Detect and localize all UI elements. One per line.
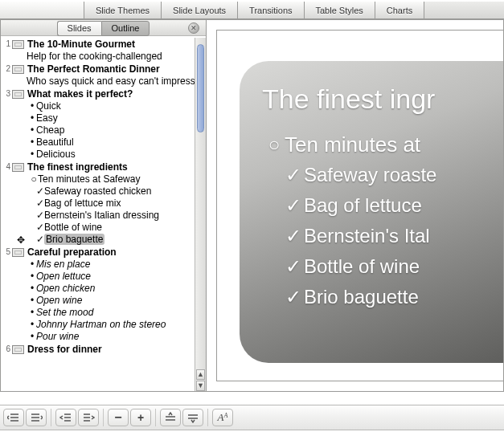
slide-preview[interactable]: The finest ingr ○Ten minutes at✓Safeway … — [240, 61, 503, 363]
outline-bullet[interactable]: ○Ten minutes at Safeway — [2, 173, 204, 185]
expand-button[interactable]: + — [130, 409, 151, 426]
outline-title-row[interactable]: 6Dress for dinner — [2, 343, 204, 356]
outline-body-text[interactable]: Who says quick and easy can't impress? — [2, 75, 204, 88]
slide-bullet-row: ✓Bottle of wine — [283, 251, 503, 282]
close-sidebar-icon[interactable]: ✕ — [188, 22, 199, 34]
move-up-button[interactable] — [160, 409, 181, 426]
slide-title-text: Careful preparation — [27, 246, 117, 259]
scrollbar-thumb[interactable] — [197, 44, 204, 132]
outline-title-row[interactable]: 5Careful preparation — [2, 246, 204, 259]
sidebar-scrollbar[interactable]: ▲ ▼ — [195, 38, 206, 391]
slide-title-text: Dress for dinner — [27, 343, 102, 356]
bullet-icon: • — [28, 124, 36, 136]
outline-title-row[interactable]: 1The 10-Minute Gourmet — [2, 38, 204, 51]
outline-bullet[interactable]: •Open wine — [2, 295, 204, 307]
outline-bullet[interactable]: •Easy — [2, 112, 204, 124]
slide-number: 1 — [4, 38, 10, 51]
scroll-up-icon[interactable]: ▲ — [196, 369, 205, 380]
move-cursor-icon — [15, 234, 27, 246]
tab-transitions[interactable]: Transitions — [238, 2, 304, 18]
outline-bullet[interactable]: •Cheap — [2, 124, 204, 136]
toolbar-separator — [103, 409, 104, 426]
outline-bullet[interactable]: ✓Brio baguette — [2, 234, 204, 246]
slide-bullet-list: ○Ten minutes at✓Safeway roaste✓Bag of le… — [264, 129, 503, 312]
collapse-button[interactable]: − — [108, 409, 129, 426]
sidebar-tab-outline[interactable]: Outline — [101, 21, 150, 36]
outline-slide[interactable]: 3What makes it perfect?•Quick•Easy•Cheap… — [2, 88, 204, 161]
outline-title-row[interactable]: 2The Perfect Romantic Dinner — [2, 63, 204, 75]
outline-bullet-text: Beautiful — [36, 136, 74, 148]
slide-title-text: The Perfect Romantic Dinner — [27, 63, 160, 75]
tab-slide-themes[interactable]: Slide Themes — [84, 2, 162, 18]
slide-icon — [12, 163, 24, 172]
move-down-button[interactable] — [182, 409, 203, 426]
toolbar-separator — [51, 409, 51, 426]
outline-bullet[interactable]: •Open chicken — [2, 283, 204, 295]
slide-title: The finest ingr — [262, 84, 503, 115]
bullet-icon: • — [28, 259, 36, 271]
outline-slide[interactable]: 4The finest ingredients○Ten minutes at S… — [2, 161, 204, 246]
outline-bullet-text: Pour wine — [36, 331, 79, 342]
slide-bullet-row: ✓Safeway roaste — [283, 160, 503, 190]
sidebar-tab-slides[interactable]: Slides — [57, 21, 101, 36]
outline-bullet-text: Johnny Hartman on the stereo — [36, 319, 166, 330]
bullet-icon: • — [28, 100, 36, 112]
check-icon: ✓ — [36, 210, 44, 222]
outline-bullet[interactable]: ✓Safeway roasted chicken — [2, 185, 204, 198]
show-formatting-button[interactable]: AA — [212, 409, 233, 426]
check-icon: ✓ — [283, 221, 304, 251]
slide-bullet-row: ✓Bag of lettuce — [283, 190, 503, 221]
check-icon: ✓ — [283, 251, 304, 282]
slide-bullet-text: Safeway roaste — [304, 160, 436, 190]
outline-bullet[interactable]: •Mis en place — [2, 259, 204, 271]
outline-list[interactable]: 1The 10-Minute GourmetHelp for the cooki… — [1, 36, 206, 391]
slide-bullet-text: Ten minutes at — [285, 129, 420, 160]
outline-bullet[interactable]: ✓Bottle of wine — [2, 222, 204, 234]
outline-bullet-text: Set the mood — [36, 307, 93, 318]
bullet-icon: • — [28, 149, 36, 161]
hollow-bullet-icon: ○ — [30, 173, 38, 185]
outline-bullet[interactable]: •Open lettuce — [2, 271, 204, 283]
tab-slide-layouts[interactable]: Slide Layouts — [162, 2, 238, 18]
outline-bullet-text: Bottle of wine — [44, 222, 102, 233]
outline-bullet[interactable]: •Set the mood — [2, 307, 204, 319]
outline-slide[interactable]: 2The Perfect Romantic DinnerWho says qui… — [2, 63, 204, 88]
sidebar-header: Slides Outline ✕ — [1, 20, 206, 36]
outline-toolbar: − + AA — [0, 405, 504, 430]
scroll-down-icon[interactable]: ▼ — [196, 381, 205, 391]
outline-bullet-text: Delicious — [36, 149, 76, 160]
outline-slide[interactable]: 6Dress for dinner — [2, 343, 204, 356]
demote-button[interactable] — [26, 409, 47, 426]
outline-title-row[interactable]: 3What makes it perfect? — [2, 88, 204, 100]
check-icon: ✓ — [36, 198, 44, 210]
outline-bullet[interactable]: •Quick — [2, 100, 204, 112]
outline-bullet[interactable]: ✓Bag of lettuce mix — [2, 198, 204, 210]
outline-sidebar: Slides Outline ✕ 1The 10-Minute GourmetH… — [1, 20, 207, 391]
tab-charts[interactable]: Charts — [375, 2, 424, 18]
outline-bullet[interactable]: ✓Bernstein's Italian dressing — [2, 210, 204, 222]
outline-bullet[interactable]: •Johnny Hartman on the stereo — [2, 319, 204, 331]
outline-bullet-text: Bag of lettuce mix — [44, 198, 121, 209]
slide-bullet-text: Brio baguette — [304, 282, 419, 312]
outline-body-text[interactable]: Help for the cooking-challenged — [2, 51, 204, 63]
bullet-icon: • — [28, 319, 36, 331]
outline-bullet[interactable]: •Pour wine — [2, 331, 204, 343]
bullet-icon: • — [28, 283, 36, 295]
slide-icon — [12, 65, 24, 74]
promote-button[interactable] — [3, 409, 24, 426]
check-icon: ✓ — [36, 234, 44, 246]
outline-bullet-text: Mis en place — [36, 259, 90, 270]
outline-bullet-text: Open chicken — [36, 283, 95, 294]
outline-bullet-text: Bernstein's Italian dressing — [44, 210, 159, 221]
outline-slide[interactable]: 1The 10-Minute GourmetHelp for the cooki… — [2, 38, 204, 63]
outline-bullet[interactable]: •Delicious — [2, 149, 204, 161]
slide-canvas-area: The finest ingr ○Ten minutes at✓Safeway … — [207, 20, 503, 391]
tab-table-styles[interactable]: Table Styles — [305, 2, 375, 18]
outline-title-row[interactable]: 4The finest ingredients — [2, 161, 204, 173]
move-left-button[interactable] — [55, 409, 76, 426]
slide-icon — [12, 345, 24, 354]
outline-slide[interactable]: 5Careful preparation•Mis en place•Open l… — [2, 246, 204, 343]
move-right-button[interactable] — [78, 409, 99, 426]
outline-bullet[interactable]: •Beautiful — [2, 136, 204, 149]
split-view: Slides Outline ✕ 1The 10-Minute GourmetH… — [0, 19, 504, 392]
